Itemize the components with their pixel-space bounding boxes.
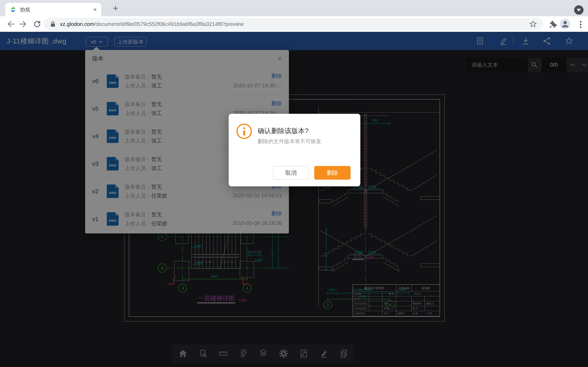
info-icon-dot xyxy=(243,127,245,129)
tab-close-icon[interactable]: × xyxy=(93,7,97,13)
profile-avatar[interactable] xyxy=(560,19,571,29)
xiezhu-logo-icon xyxy=(10,6,16,13)
new-tab-button[interactable]: + xyxy=(110,4,121,13)
forward-button[interactable] xyxy=(19,19,29,29)
browser-tab[interactable]: 协筑 × xyxy=(5,3,101,16)
confirm-delete-button[interactable]: 删除 xyxy=(314,166,351,180)
caret-down-icon xyxy=(577,9,581,11)
url-domain: xz.glodon.com xyxy=(60,21,94,27)
extensions-icon[interactable] xyxy=(547,20,557,29)
back-button[interactable] xyxy=(5,19,15,29)
dialog-message: 删除的文件版本将不可恢复 xyxy=(258,138,321,145)
browser-chrome: 协筑 × + xz.glodon.com/document/id/file/05… xyxy=(0,0,588,32)
url-text: xz.glodon.com/document/id/file/0579c552f… xyxy=(60,21,243,27)
tab-strip: 协筑 × + xyxy=(0,0,588,16)
person-icon xyxy=(560,19,571,29)
info-icon xyxy=(236,124,252,139)
tab-search-button[interactable] xyxy=(574,5,584,15)
url-path: /document/id/file/0579c552f06c491b9a6f6a… xyxy=(94,21,243,27)
dialog-title: 确认删除该版本? xyxy=(258,126,309,136)
menu-dots-icon[interactable] xyxy=(576,20,586,29)
url-bar[interactable]: xz.glodon.com/document/id/file/0579c552f… xyxy=(44,18,544,30)
cancel-button[interactable]: 取消 xyxy=(273,166,309,180)
delete-confirm-dialog: 确认删除该版本? 删除的文件版本将不可恢复 取消 删除 xyxy=(229,114,360,186)
reload-button[interactable] xyxy=(32,19,42,29)
lock-icon xyxy=(50,21,56,27)
modal-overlay xyxy=(0,32,588,367)
info-icon-bar xyxy=(243,130,245,136)
bookmark-star-icon[interactable] xyxy=(529,20,537,28)
tab-title: 协筑 xyxy=(20,6,93,13)
